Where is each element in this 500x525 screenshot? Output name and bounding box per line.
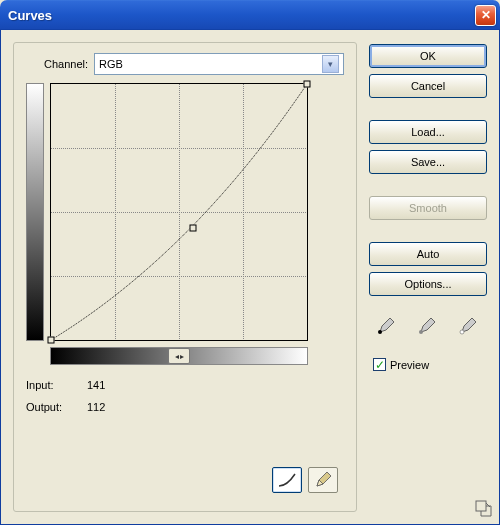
eyedropper-black[interactable] <box>372 312 402 338</box>
eyedropper-white[interactable] <box>454 312 484 338</box>
eyedropper-icon <box>417 314 439 336</box>
arrow-right-icon: ▸ <box>180 352 184 361</box>
input-strip-row: ◂ ▸ <box>50 347 344 365</box>
input-value: 141 <box>87 379 117 391</box>
window-title: Curves <box>8 8 475 23</box>
button-column: OK Cancel Load... Save... Smooth Auto Op… <box>369 42 487 512</box>
svg-point-2 <box>460 330 464 334</box>
channel-row: Channel: RGB ▾ <box>44 53 344 75</box>
curve-tools <box>272 467 338 493</box>
dialog-body: Channel: RGB ▾ <box>0 30 500 525</box>
channel-label: Channel: <box>44 58 88 70</box>
load-button[interactable]: Load... <box>369 120 487 144</box>
curve-area: ◂ ▸ <box>26 83 344 365</box>
smooth-button: Smooth <box>369 196 487 220</box>
input-row: Input: 141 <box>26 379 344 391</box>
curve-icon <box>277 472 297 488</box>
pencil-icon <box>314 471 332 489</box>
eyedropper-row <box>369 312 487 338</box>
arrow-left-icon: ◂ <box>175 352 179 361</box>
output-gradient-strip <box>26 83 44 341</box>
preview-row: ✓ Preview <box>373 358 487 371</box>
pencil-tool[interactable] <box>308 467 338 493</box>
eyedropper-icon <box>376 314 398 336</box>
auto-button[interactable]: Auto <box>369 242 487 266</box>
preview-checkbox[interactable]: ✓ <box>373 358 386 371</box>
eyedropper-icon <box>458 314 480 336</box>
curve-point-highlight[interactable] <box>304 81 311 88</box>
check-icon: ✓ <box>375 359 385 371</box>
output-label: Output: <box>26 401 81 413</box>
curves-panel: Channel: RGB ▾ <box>13 42 357 512</box>
title-bar[interactable]: Curves ✕ <box>0 0 500 30</box>
close-icon: ✕ <box>481 8 491 22</box>
svg-rect-3 <box>476 501 486 511</box>
curve-grid[interactable] <box>50 83 308 341</box>
resize-grip[interactable] <box>475 500 493 518</box>
ok-button[interactable]: OK <box>369 44 487 68</box>
curve-point-tool[interactable] <box>272 467 302 493</box>
gradient-midpoint-handle[interactable]: ◂ ▸ <box>168 348 190 364</box>
channel-value: RGB <box>99 58 322 70</box>
output-row: Output: 112 <box>26 401 344 413</box>
input-label: Input: <box>26 379 81 391</box>
curve-path <box>51 84 307 340</box>
close-button[interactable]: ✕ <box>475 5 496 26</box>
options-button[interactable]: Options... <box>369 272 487 296</box>
svg-point-0 <box>378 330 382 334</box>
save-button[interactable]: Save... <box>369 150 487 174</box>
eyedropper-gray[interactable] <box>413 312 443 338</box>
curve-column: ◂ ▸ <box>50 83 344 365</box>
svg-point-1 <box>419 330 423 334</box>
chevron-down-icon: ▾ <box>322 55 339 73</box>
resize-grip-icon <box>475 500 493 518</box>
curve-point-shadow[interactable] <box>48 337 55 344</box>
curve-point-mid[interactable] <box>189 224 196 231</box>
output-value: 112 <box>87 401 117 413</box>
cancel-button[interactable]: Cancel <box>369 74 487 98</box>
preview-label: Preview <box>390 359 429 371</box>
input-gradient-strip[interactable]: ◂ ▸ <box>50 347 308 365</box>
channel-select[interactable]: RGB ▾ <box>94 53 344 75</box>
